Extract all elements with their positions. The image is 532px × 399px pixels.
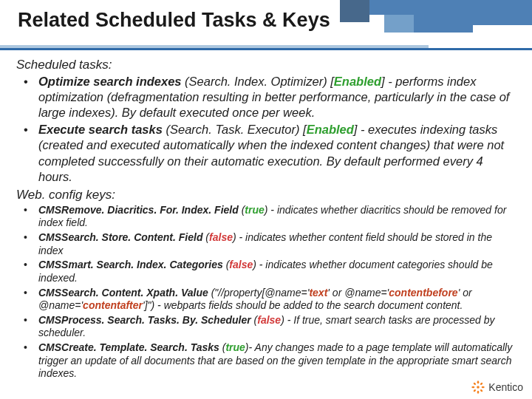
keys-list: CMSRemove. Diacritics. For. Index. Field… (21, 204, 516, 381)
tasks-list: Optimize search indexes (Search. Index. … (21, 74, 516, 185)
keys-section-label: Web. config keys: (16, 188, 516, 202)
slide-body: Scheduled tasks: Optimize search indexes… (0, 50, 532, 381)
key-item: CMSSmart. Search. Index. Categories (fal… (21, 259, 516, 284)
key-item: CMSSearch. Store. Content. Field (false)… (21, 231, 516, 257)
svg-point-6 (480, 389, 483, 392)
svg-point-2 (477, 391, 480, 394)
tasks-section-label: Scheduled tasks: (16, 58, 516, 72)
page-title: Related Scheduled Tasks & Keys (18, 9, 514, 32)
kentico-icon (471, 380, 485, 395)
slide-header: Related Scheduled Tasks & Keys (0, 0, 532, 50)
task-item: Execute search tasks (Search. Task. Exec… (21, 122, 516, 184)
key-item: CMSProcess. Search. Tasks. By. Scheduler… (21, 314, 516, 340)
svg-point-8 (473, 389, 476, 392)
svg-point-7 (480, 382, 483, 385)
svg-point-4 (482, 386, 485, 389)
task-item: Optimize search indexes (Search. Index. … (21, 74, 516, 120)
brand-name: Kentico (488, 381, 523, 393)
key-item: CMSRemove. Diacritics. For. Index. Field… (21, 204, 516, 230)
svg-point-3 (472, 386, 475, 389)
svg-point-1 (477, 381, 480, 383)
key-item: CMSSearch. Content. Xpath. Value ("//pro… (21, 287, 516, 313)
svg-point-5 (473, 382, 476, 385)
brand-logo: Kentico (471, 380, 523, 395)
key-item: CMSCreate. Template. Search. Tasks (true… (21, 341, 516, 381)
svg-point-0 (477, 386, 480, 389)
